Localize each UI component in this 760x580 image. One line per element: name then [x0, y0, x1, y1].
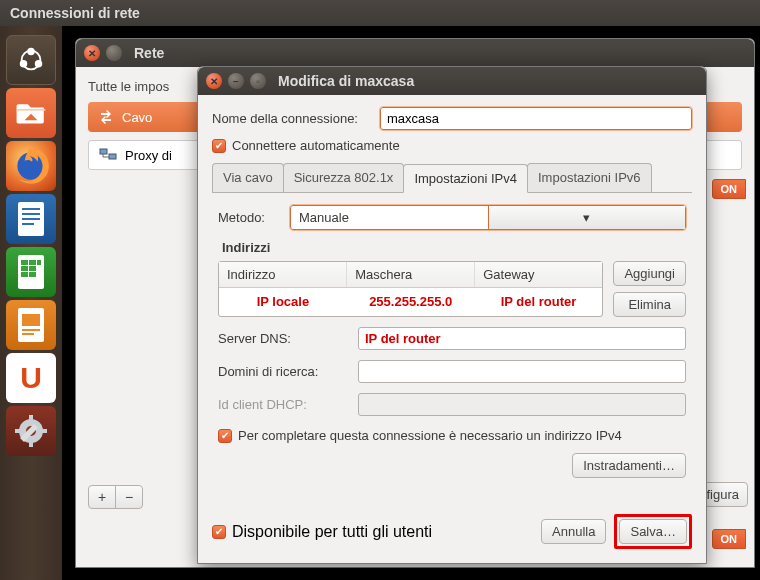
dns-label: Server DNS:: [218, 331, 350, 346]
svg-rect-24: [29, 415, 33, 421]
dialog-header: ✕ − ▫ Modifica di maxcasa: [198, 67, 706, 95]
available-all-checkbox[interactable]: ✔: [212, 525, 226, 539]
dash-icon[interactable]: [6, 35, 56, 85]
tab-ipv4[interactable]: Impostazioni IPv4: [403, 164, 528, 193]
app-titlebar: Connessioni di rete: [0, 0, 760, 26]
search-domains-input[interactable]: [358, 360, 686, 383]
addresses-table[interactable]: Indirizzo Maschera Gateway IP locale 255…: [218, 261, 603, 317]
col-gateway: Gateway: [475, 262, 602, 287]
tab-ipv4-content: Metodo: Manuale ▾ Indirizzi Indirizzo Ma…: [212, 193, 692, 484]
auto-connect-label: Connettere automaticamente: [232, 138, 400, 153]
firefox-icon[interactable]: [6, 141, 56, 191]
add-remove-group: + −: [88, 485, 143, 509]
svg-rect-9: [22, 223, 34, 225]
routes-button[interactable]: Instradamenti…: [572, 453, 686, 478]
col-mask: Maschera: [347, 262, 475, 287]
impress-icon[interactable]: [6, 300, 56, 350]
svg-rect-16: [21, 272, 28, 277]
add-address-button[interactable]: Aggiungi: [613, 261, 686, 286]
require-ipv4-checkbox[interactable]: ✔: [218, 429, 232, 443]
wired-label: Cavo: [122, 110, 152, 125]
svg-rect-25: [29, 441, 33, 447]
addresses-title: Indirizzi: [222, 240, 686, 255]
remove-button[interactable]: −: [115, 485, 143, 509]
proxy-label: Proxy di: [125, 148, 172, 163]
svg-rect-15: [29, 266, 36, 271]
search-domains-label: Domini di ricerca:: [218, 364, 350, 379]
cell-address: IP locale: [219, 288, 347, 315]
svg-rect-8: [22, 218, 40, 220]
tab-security[interactable]: Sicurezza 802.1x: [283, 163, 405, 192]
svg-rect-20: [22, 329, 40, 331]
method-select[interactable]: Manuale ▾: [290, 205, 686, 230]
svg-point-1: [28, 49, 34, 55]
dhcp-client-input: [358, 393, 686, 416]
chevron-down-icon: ▾: [488, 206, 686, 229]
dns-input[interactable]: IP del router: [358, 327, 686, 350]
network-window-title: Rete: [134, 45, 164, 61]
add-button[interactable]: +: [88, 485, 116, 509]
connection-name-input[interactable]: [380, 107, 692, 130]
svg-rect-27: [41, 429, 47, 433]
svg-rect-7: [22, 213, 40, 215]
tab-wired[interactable]: Via cavo: [212, 163, 284, 192]
writer-icon[interactable]: [6, 194, 56, 244]
tab-ipv6[interactable]: Impostazioni IPv6: [527, 163, 652, 192]
svg-rect-29: [109, 154, 116, 159]
save-button[interactable]: Salva…: [619, 519, 687, 544]
svg-point-3: [36, 61, 42, 67]
cell-gateway: IP del router: [475, 288, 603, 315]
arrows-icon: [98, 109, 114, 125]
table-row[interactable]: IP locale 255.255.255.0 IP del router: [219, 288, 602, 315]
svg-rect-12: [29, 260, 36, 265]
settings-icon[interactable]: [6, 406, 56, 456]
svg-rect-19: [22, 314, 40, 326]
col-address: Indirizzo: [219, 262, 347, 287]
method-label: Metodo:: [218, 210, 280, 225]
require-ipv4-label: Per completare questa connessione è nece…: [238, 428, 622, 443]
maximize-icon[interactable]: ▫: [250, 73, 266, 89]
network-window-header: ✕ Rete: [76, 39, 754, 67]
cancel-button[interactable]: Annulla: [541, 519, 606, 544]
on-toggle-top[interactable]: ON: [712, 179, 747, 199]
available-all-label: Disponibile per tutti gli utenti: [232, 523, 432, 541]
svg-rect-28: [100, 149, 107, 154]
connection-name-label: Nome della connessione:: [212, 111, 370, 126]
tabs: Via cavo Sicurezza 802.1x Impostazioni I…: [212, 163, 692, 193]
close-icon[interactable]: ✕: [206, 73, 222, 89]
minimize-icon[interactable]: −: [228, 73, 244, 89]
svg-rect-13: [37, 260, 41, 265]
unity-launcher: U: [0, 26, 62, 580]
on-toggle-bottom[interactable]: ON: [712, 529, 747, 549]
svg-rect-21: [22, 333, 34, 335]
delete-address-button[interactable]: Elimina: [613, 292, 686, 317]
svg-rect-11: [21, 260, 28, 265]
svg-rect-14: [21, 266, 28, 271]
dialog-footer: ✔ Disponibile per tutti gli utenti Annul…: [198, 504, 706, 563]
auto-connect-checkbox[interactable]: ✔: [212, 139, 226, 153]
svg-rect-26: [15, 429, 21, 433]
proxy-icon: [99, 147, 117, 163]
svg-rect-6: [22, 208, 40, 210]
files-icon[interactable]: [6, 88, 56, 138]
close-icon[interactable]: ✕: [84, 45, 100, 61]
svg-rect-17: [29, 272, 36, 277]
svg-point-2: [21, 61, 27, 67]
dialog-title: Modifica di maxcasa: [278, 73, 414, 89]
dhcp-client-label: Id client DHCP:: [218, 397, 350, 412]
edit-connection-dialog: ✕ − ▫ Modifica di maxcasa Nome della con…: [197, 66, 707, 564]
ubuntu-one-icon[interactable]: U: [6, 353, 56, 403]
method-value: Manuale: [291, 206, 488, 229]
calc-icon[interactable]: [6, 247, 56, 297]
cell-mask: 255.255.255.0: [347, 288, 475, 315]
minimize-icon[interactable]: [106, 45, 122, 61]
